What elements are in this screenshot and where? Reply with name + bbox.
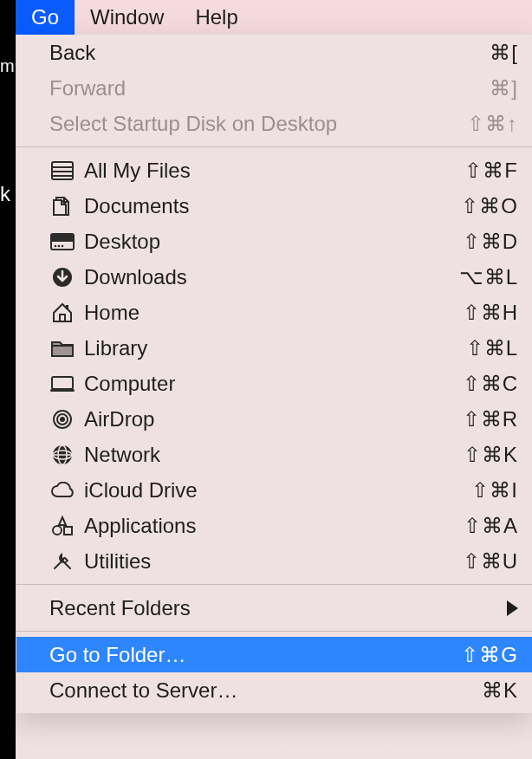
menu-item-shortcut: ⇧⌘F — [464, 159, 518, 183]
menu-item-shortcut: ⇧⌘L — [466, 336, 518, 360]
menu-item-label: All My Files — [84, 159, 464, 183]
menu-item-documents[interactable]: Documents ⇧⌘O — [16, 188, 532, 224]
menu-item-label: Library — [84, 336, 466, 360]
menu-item-forward: Forward ⌘] — [16, 70, 532, 106]
menu-item-label: Downloads — [84, 265, 459, 289]
menu-item-downloads[interactable]: Downloads ⌥⌘L — [16, 259, 532, 295]
menu-item-go-to-folder[interactable]: Go to Folder… ⇧⌘G — [16, 637, 532, 672]
background-text-fragment: m — [0, 56, 15, 76]
applications-icon — [49, 515, 75, 537]
svg-point-7 — [58, 244, 61, 247]
menu-item-shortcut: ⌥⌘L — [459, 265, 518, 289]
svg-rect-12 — [52, 345, 73, 347]
menu-item-shortcut: ⇧⌘H — [463, 301, 518, 325]
menu-item-applications[interactable]: Applications ⇧⌘A — [16, 508, 532, 543]
menu-item-label: Desktop — [84, 230, 463, 254]
menu-item-shortcut: ⌘[ — [490, 41, 518, 65]
menu-go[interactable]: Go — [16, 0, 75, 35]
menu-item-shortcut: ⇧⌘↑ — [467, 112, 518, 136]
menu-item-label: Back — [49, 41, 490, 65]
all-my-files-icon — [49, 159, 75, 182]
svg-point-15 — [60, 417, 65, 422]
folder-icon — [49, 337, 75, 360]
menubar-left-edge — [0, 0, 16, 35]
menu-separator — [16, 146, 532, 147]
menu-item-all-my-files[interactable]: All My Files ⇧⌘F — [16, 152, 532, 188]
background-dark-strip — [0, 35, 16, 759]
submenu-arrow-icon — [507, 600, 518, 616]
cloud-icon — [49, 479, 75, 502]
desktop-icon — [49, 230, 75, 253]
menu-item-label: Applications — [84, 514, 464, 538]
menu-item-shortcut: ⇧⌘R — [463, 407, 518, 431]
menu-item-label: Computer — [84, 372, 463, 396]
menu-go-label: Go — [31, 5, 59, 29]
documents-icon — [49, 195, 75, 217]
downloads-icon — [49, 266, 75, 289]
menu-bar: Go Window Help — [0, 0, 532, 35]
menu-item-shortcut: ⇧⌘K — [464, 443, 518, 467]
menu-item-shortcut: ⇧⌘C — [463, 372, 518, 396]
menu-item-network[interactable]: Network ⇧⌘K — [16, 437, 532, 472]
svg-point-6 — [55, 244, 57, 247]
menu-item-icloud-drive[interactable]: iCloud Drive ⇧⌘I — [16, 472, 532, 508]
svg-rect-23 — [64, 527, 72, 535]
menu-item-back[interactable]: Back ⌘[ — [16, 35, 532, 70]
menu-item-shortcut: ⇧⌘O — [461, 194, 518, 218]
svg-rect-13 — [52, 377, 73, 389]
airdrop-icon — [49, 408, 75, 431]
menu-item-shortcut: ⇧⌘G — [461, 643, 518, 667]
svg-rect-10 — [60, 315, 65, 321]
computer-icon — [49, 373, 75, 395]
menu-item-label: Select Startup Disk on Desktop — [49, 112, 467, 136]
menu-item-home[interactable]: Home ⇧⌘H — [16, 295, 532, 330]
menu-help-label: Help — [195, 5, 237, 29]
menu-item-select-startup-disk: Select Startup Disk on Desktop ⇧⌘↑ — [16, 106, 532, 141]
menu-item-shortcut: ⌘K — [482, 678, 518, 703]
svg-rect-11 — [66, 305, 68, 309]
menu-item-utilities[interactable]: Utilities ⇧⌘U — [16, 543, 532, 579]
home-icon — [49, 302, 75, 324]
background-text-fragment: k — [0, 182, 10, 206]
menu-item-label: Home — [84, 301, 463, 325]
menu-help[interactable]: Help — [179, 0, 253, 35]
menu-separator — [16, 584, 532, 585]
menu-item-computer[interactable]: Computer ⇧⌘C — [16, 366, 532, 401]
menu-item-recent-folders[interactable]: Recent Folders — [16, 590, 532, 626]
menu-item-label: Recent Folders — [49, 596, 507, 620]
menu-item-label: AirDrop — [84, 407, 463, 431]
menu-item-label: Connect to Server… — [49, 678, 482, 703]
svg-rect-14 — [50, 389, 75, 392]
svg-point-8 — [62, 244, 64, 247]
menu-item-airdrop[interactable]: AirDrop ⇧⌘R — [16, 401, 532, 437]
menu-item-connect-to-server[interactable]: Connect to Server… ⌘K — [16, 672, 532, 708]
menu-window-label: Window — [90, 5, 164, 29]
svg-rect-5 — [51, 234, 74, 242]
go-menu-dropdown: Back ⌘[ Forward ⌘] Select Startup Disk o… — [16, 35, 532, 713]
utilities-icon — [49, 550, 75, 573]
menu-item-shortcut: ⇧⌘U — [463, 549, 518, 574]
menu-item-shortcut: ⇧⌘I — [471, 478, 518, 503]
menu-item-label: Go to Folder… — [49, 643, 461, 667]
menu-item-library[interactable]: Library ⇧⌘L — [16, 330, 532, 366]
menu-separator — [16, 631, 532, 632]
menu-item-shortcut: ⌘] — [490, 76, 518, 101]
menu-item-label: Network — [84, 443, 464, 467]
network-icon — [49, 444, 75, 466]
menu-item-shortcut: ⇧⌘D — [463, 230, 518, 254]
svg-point-22 — [53, 526, 62, 535]
menu-item-label: Forward — [49, 76, 490, 101]
menu-item-label: Utilities — [84, 549, 463, 574]
menu-item-desktop[interactable]: Desktop ⇧⌘D — [16, 224, 532, 259]
menu-window[interactable]: Window — [75, 0, 179, 35]
menu-item-label: Documents — [84, 194, 461, 218]
menu-item-label: iCloud Drive — [84, 478, 471, 503]
menu-item-shortcut: ⇧⌘A — [464, 514, 518, 538]
